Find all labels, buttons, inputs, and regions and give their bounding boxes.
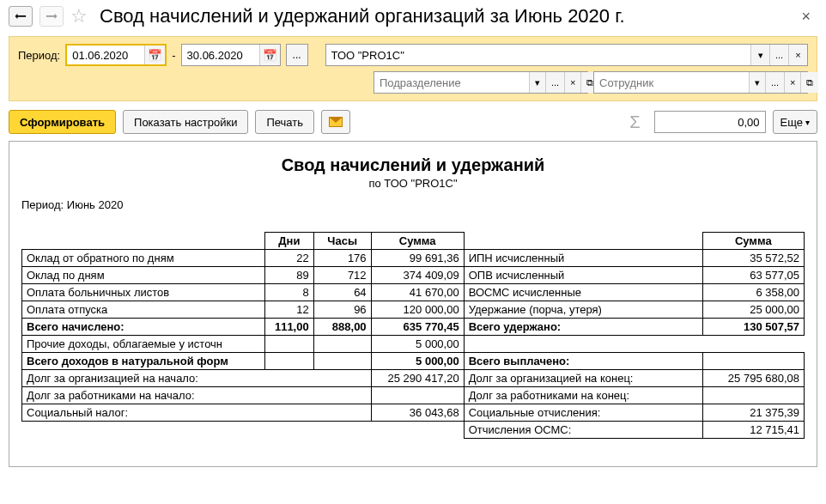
org-dropdown-icon[interactable]: ▾: [750, 45, 769, 65]
emp-select-button[interactable]: ...: [765, 72, 784, 93]
table-cell: 635 770,45: [371, 319, 464, 336]
dept-select-button[interactable]: ...: [545, 72, 564, 93]
table-cell: 22: [265, 250, 314, 267]
table-cell: 8: [265, 284, 314, 301]
org-input[interactable]: [326, 45, 750, 65]
sum-display[interactable]: [654, 111, 766, 133]
table-cell: 21 375,39: [702, 404, 804, 422]
table-cell: ИПН исчисленный: [464, 250, 702, 267]
report-period: Период: Июнь 2020: [21, 198, 805, 211]
table-cell: 63 577,05: [702, 267, 804, 284]
report-table: Дни Часы Сумма Сумма Оклад от обратного …: [21, 232, 805, 439]
table-cell: Всего начислено:: [22, 319, 265, 336]
table-cell: ВОСМС исчисленные: [464, 284, 702, 301]
dept-clear-icon[interactable]: ×: [564, 72, 580, 93]
col-summa-left: Сумма: [371, 233, 464, 250]
table-cell: 25 000,00: [702, 301, 804, 319]
table-cell: 12 715,41: [702, 422, 804, 439]
back-button[interactable]: 🠔: [9, 6, 33, 27]
date-from-wrap: 📅: [65, 44, 167, 66]
page-title: Свод начислений и удержаний организаций …: [100, 5, 625, 27]
report-subtitle: по ТОО "PRO1C": [21, 177, 805, 190]
table-cell: 888,00: [313, 319, 371, 336]
table-cell: 6 358,00: [702, 284, 804, 301]
table-cell: Долг за организацией на начало:: [22, 370, 372, 387]
filter-panel: Период: 📅 - 📅 ... ▾ ... × ▾ ... × ⧉ ▾: [9, 36, 817, 101]
table-cell: Долг за работниками на конец:: [464, 387, 702, 404]
emp-combo: ▾ ... × ⧉: [593, 71, 808, 94]
col-chasy: Часы: [313, 233, 371, 250]
table-cell: 25 290 417,20: [371, 370, 464, 387]
table-cell: Всего доходов в натуральной форм: [22, 353, 265, 370]
show-settings-button[interactable]: Показать настройки: [123, 110, 248, 134]
date-to-input[interactable]: [182, 45, 259, 65]
table-cell: 5 000,00: [371, 353, 464, 370]
dept-input[interactable]: [374, 72, 529, 93]
table-cell: Всего выплачено:: [464, 353, 702, 370]
table-cell: 99 691,36: [371, 250, 464, 267]
sigma-icon: Σ: [623, 112, 647, 132]
forward-button[interactable]: 🠖: [39, 6, 64, 27]
envelope-icon: [329, 117, 343, 127]
table-cell: 89: [265, 267, 314, 284]
table-cell: Долг за организацией на конец:: [464, 370, 702, 387]
emp-input[interactable]: [594, 72, 749, 93]
table-cell: 120 000,00: [371, 301, 464, 319]
table-cell: 41 670,00: [371, 284, 464, 301]
report-area[interactable]: Свод начислений и удержаний по ТОО "PRO1…: [9, 141, 817, 467]
close-icon[interactable]: ×: [794, 8, 817, 26]
emp-clear-icon[interactable]: ×: [784, 72, 800, 93]
org-clear-icon[interactable]: ×: [788, 45, 807, 65]
org-select-button[interactable]: ...: [769, 45, 788, 65]
table-cell: Социальные отчисления:: [464, 404, 702, 422]
col-summa-right: Сумма: [702, 233, 804, 250]
table-cell: 111,00: [265, 319, 314, 336]
table-cell: 35 572,52: [702, 250, 804, 267]
date-to-calendar-icon[interactable]: 📅: [259, 45, 280, 65]
table-cell: 25 795 680,08: [702, 370, 804, 387]
generate-button[interactable]: Сформировать: [9, 110, 116, 134]
table-cell: Оплата больничных листов: [22, 284, 265, 301]
table-cell: Долг за работниками на начало:: [22, 387, 372, 404]
table-cell: [702, 353, 804, 370]
chevron-down-icon: ▾: [805, 118, 810, 127]
emp-open-icon[interactable]: ⧉: [800, 72, 818, 93]
table-cell: 176: [313, 250, 371, 267]
dept-combo: ▾ ... × ⧉: [374, 71, 588, 94]
report-title: Свод начислений и удержаний: [21, 155, 805, 175]
org-combo: ▾ ... ×: [325, 44, 808, 66]
table-cell: [265, 353, 314, 370]
table-cell: [313, 336, 371, 353]
col-dni: Дни: [265, 233, 314, 250]
table-cell: [265, 336, 314, 353]
dash-label: -: [172, 49, 175, 62]
table-cell: Оплата отпуска: [22, 301, 265, 319]
table-cell: Отчисления ОСМС:: [464, 422, 702, 439]
table-cell: Прочие доходы, облагаемые у источн: [22, 336, 265, 353]
table-cell: ОПВ исчисленный: [464, 267, 702, 284]
table-cell: [313, 353, 371, 370]
print-button[interactable]: Печать: [255, 110, 314, 134]
table-cell: Оклад от обратного по дням: [22, 250, 265, 267]
dept-dropdown-icon[interactable]: ▾: [529, 72, 545, 93]
table-cell: 36 043,68: [371, 404, 464, 422]
table-cell: Оклад по дням: [22, 267, 265, 284]
table-cell: [702, 387, 804, 404]
date-to-wrap: 📅: [181, 44, 281, 66]
table-cell: 64: [313, 284, 371, 301]
date-from-calendar-icon[interactable]: 📅: [144, 46, 165, 64]
period-picker-button[interactable]: ...: [286, 44, 308, 66]
table-cell: 5 000,00: [371, 336, 464, 353]
more-button[interactable]: Еще ▾: [773, 110, 817, 134]
table-cell: 712: [313, 267, 371, 284]
table-cell: 12: [265, 301, 314, 319]
table-cell: Социальный налог:: [22, 404, 372, 422]
table-cell: 96: [313, 301, 371, 319]
email-button[interactable]: [321, 110, 350, 134]
toolbar: Сформировать Показать настройки Печать Σ…: [0, 106, 826, 141]
emp-dropdown-icon[interactable]: ▾: [749, 72, 765, 93]
date-from-input[interactable]: [67, 46, 144, 64]
table-cell: 374 409,09: [371, 267, 464, 284]
favorite-star-icon[interactable]: ☆: [70, 5, 88, 27]
table-cell: Всего удержано:: [464, 319, 702, 336]
